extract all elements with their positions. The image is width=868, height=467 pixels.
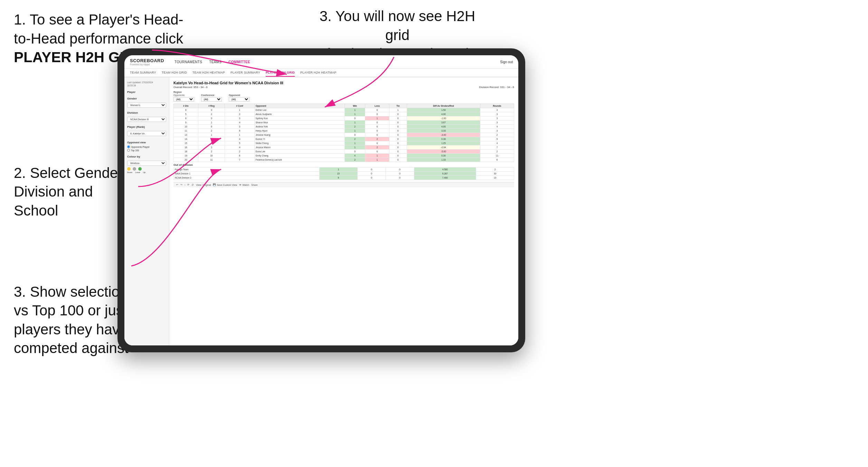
table-row: 16 3 4 Jessica Mason 1 2 0 -0.94 7 xyxy=(174,145,514,150)
subnav-team-heatmap[interactable]: TEAM H2H HEATMAP xyxy=(192,71,225,77)
main-nav: TOURNAMENTS TEAMS COMMITTEE xyxy=(174,60,250,64)
table-row: 14 7 4 Eunice Yi 2 2 0 0.38 9 xyxy=(174,137,514,141)
view-original-btn[interactable]: View: Original xyxy=(196,184,211,186)
table-row: 18 2 2 Euna Lee 0 0 0 -5.00 2 xyxy=(174,150,514,154)
division-label: Division xyxy=(127,111,166,114)
grid-title: Katelyn Vo Head-to-Head Grid for Women's… xyxy=(173,81,514,85)
conference-filter: Conference (All) xyxy=(201,94,222,102)
opponent-view-radios: Opponents Played Top 100 xyxy=(127,145,166,152)
sign-out-link[interactable]: Sign out xyxy=(500,60,513,64)
tableau-toolbar: ↩ ↪ ‹ ⟳ ⏱ View: Original 💾 Save Custom V… xyxy=(173,182,514,187)
conference-select[interactable]: (All) xyxy=(201,97,222,102)
opponent-view-section: Opponent view Opponents Played Top 100 xyxy=(127,141,166,152)
colour-select[interactable]: Win/loss xyxy=(127,161,166,166)
table-header-row: # Div # Reg # Conf Opponent Win Loss Tie… xyxy=(174,104,514,108)
gender-label: Gender xyxy=(127,97,166,100)
nav-committee[interactable]: COMMITTEE xyxy=(228,60,250,64)
player-section: Player xyxy=(127,90,166,94)
player-rank-select[interactable]: 8. Katelyn Vo xyxy=(127,131,166,136)
sub-navigation: TEAM SUMMARY TEAM H2H GRID TEAM H2H HEAT… xyxy=(124,69,518,77)
col-conf: # Conf xyxy=(225,104,254,108)
table-row: 19 10 6 Emily Chang 4 1 0 0.30 11 xyxy=(174,154,514,158)
nav-teams[interactable]: TEAMS xyxy=(209,60,221,64)
h2h-table: # Div # Reg # Conf Opponent Win Loss Tie… xyxy=(173,104,514,162)
eye-icon: 👁 xyxy=(239,184,242,186)
last-updated: Last Updated: 27/03/2024 16:55:38 xyxy=(127,81,166,87)
watch-btn[interactable]: 👁 Watch xyxy=(239,184,249,186)
col-loss: Loss xyxy=(365,104,389,108)
record-row: Overall Record: 353 - 34 - 6 Division Re… xyxy=(173,86,514,89)
dot-level xyxy=(133,167,136,171)
subnav-team-summary[interactable]: TEAM SUMMARY xyxy=(130,71,156,77)
conference-label: Conference xyxy=(201,94,222,96)
subnav-player-h2h-grid[interactable]: PLAYER H2H GRID xyxy=(266,71,295,77)
subnav-player-summary[interactable]: PLAYER SUMMARY xyxy=(230,71,260,77)
redo-icon[interactable]: ↪ xyxy=(180,183,182,186)
radio-opponents-played[interactable]: Opponents Played xyxy=(127,145,166,148)
header-nav-row: SCOREBOARD Powered by clippd TOURNAMENTS… xyxy=(130,58,250,66)
colour-by-label: Colour by xyxy=(127,155,166,158)
region-label: Region xyxy=(173,91,194,93)
out-table-body: Foreign Team 1 0 0 4.500 2 NAIA Division… xyxy=(174,168,514,180)
app-logo: SCOREBOARD xyxy=(130,58,164,63)
table-row: 9 1 4 Sharon Mun 1 0 0 3.67 3 xyxy=(174,121,514,125)
col-tie: Tie xyxy=(389,104,407,108)
refresh-icon[interactable]: ⟳ xyxy=(187,183,189,186)
logo-area: SCOREBOARD Powered by clippd xyxy=(130,58,164,66)
app-header: SCOREBOARD Powered by clippd TOURNAMENTS… xyxy=(124,55,518,69)
colour-legend-dots xyxy=(127,167,166,171)
dot-up xyxy=(138,167,142,171)
tablet-device: SCOREBOARD Powered by clippd TOURNAMENTS… xyxy=(117,48,525,352)
region-select[interactable]: (All) xyxy=(173,97,194,102)
overall-record: Overall Record: 353 - 34 - 6 xyxy=(173,86,208,89)
table-row: 10 6 3 Andrea York 2 0 0 4.00 4 xyxy=(174,125,514,129)
subnav-team-h2h[interactable]: TEAM H2H GRID xyxy=(162,71,187,77)
subnav-player-heatmap[interactable]: PLAYER H2H HEATMAP xyxy=(300,71,336,77)
table-row: 20 11 7 Federica Domecq Lacroze 2 1 0 1.… xyxy=(174,158,514,162)
table-row: 5 2 2 Alexis Sudjianto 1 0 0 4.00 3 xyxy=(174,112,514,116)
table-row: 15 8 5 Stella Cheng 1 0 0 1.25 4 xyxy=(174,141,514,145)
colour-legend-labels: Down Level Up xyxy=(127,171,166,173)
out-table-row: NCAA Division 2 5 0 0 7.400 10 xyxy=(174,176,514,180)
col-div: # Div xyxy=(174,104,198,108)
left-panel: Last Updated: 27/03/2024 16:55:38 Player… xyxy=(124,77,169,345)
division-section: Division NCAA Division III xyxy=(127,111,166,122)
nav-tournaments[interactable]: TOURNAMENTS xyxy=(174,60,202,64)
col-win: Win xyxy=(345,104,365,108)
save-custom-btn[interactable]: 💾 Save Custom View xyxy=(213,183,237,186)
table-row: 13 1 1 Jessica Huang 0 0 0 -3.00 2 xyxy=(174,133,514,137)
out-table-row: NAIA Division 1 15 0 0 9.267 30 xyxy=(174,172,514,176)
opponents-label: Opponents: xyxy=(173,94,194,96)
out-of-division-header: Out of division xyxy=(173,162,514,167)
region-filter: Region Opponents: (All) xyxy=(173,91,194,102)
clock-icon[interactable]: ⏱ xyxy=(191,184,194,186)
gender-section: Gender Women's xyxy=(127,97,166,108)
logo-subtitle: Powered by clippd xyxy=(130,63,164,66)
radio-top-100[interactable]: Top 100 xyxy=(127,149,166,152)
undo-icon[interactable]: ↩ xyxy=(176,183,178,186)
col-diff: Diff Av Strokes/Rnd xyxy=(407,104,480,108)
save-icon: 💾 xyxy=(213,183,216,186)
table-row: 11 2 5 Heeju Hyun 1 0 0 3.33 3 xyxy=(174,129,514,133)
out-of-division-table: Foreign Team 1 0 0 4.500 2 NAIA Division… xyxy=(173,167,514,180)
table-body: 6 3 1 Esther Lee 1 0 1 1.50 4 5 2 2 Alex… xyxy=(174,108,514,162)
player-label: Player xyxy=(127,90,166,94)
division-select[interactable]: NCAA Division III xyxy=(127,117,166,122)
right-content: Katelyn Vo Head-to-Head Grid for Women's… xyxy=(169,77,518,345)
gender-select[interactable]: Women's xyxy=(127,103,166,108)
col-rounds: Rounds xyxy=(480,104,514,108)
col-opponent: Opponent xyxy=(254,104,345,108)
player-rank-section: Player (Rank) 8. Katelyn Vo xyxy=(127,125,166,136)
back-icon[interactable]: ‹ xyxy=(185,184,185,186)
opponent-filter: Opponent (All) xyxy=(229,94,249,102)
main-content: Last Updated: 27/03/2024 16:55:38 Player… xyxy=(124,77,518,345)
col-reg: # Reg xyxy=(198,104,225,108)
filter-row: Region Opponents: (All) Conference (All) xyxy=(173,91,514,102)
player-rank-label: Player (Rank) xyxy=(127,125,166,128)
opponent-filter-label: Opponent xyxy=(229,94,249,96)
table-row: 6 3 3 Sydney Kuo 0 1 0 -1.00 3 xyxy=(174,116,514,121)
table-row: 6 3 1 Esther Lee 1 0 1 1.50 4 xyxy=(174,108,514,112)
tablet-screen: SCOREBOARD Powered by clippd TOURNAMENTS… xyxy=(124,55,518,345)
opponent-select[interactable]: (All) xyxy=(229,97,249,102)
share-btn[interactable]: Share xyxy=(251,184,258,186)
